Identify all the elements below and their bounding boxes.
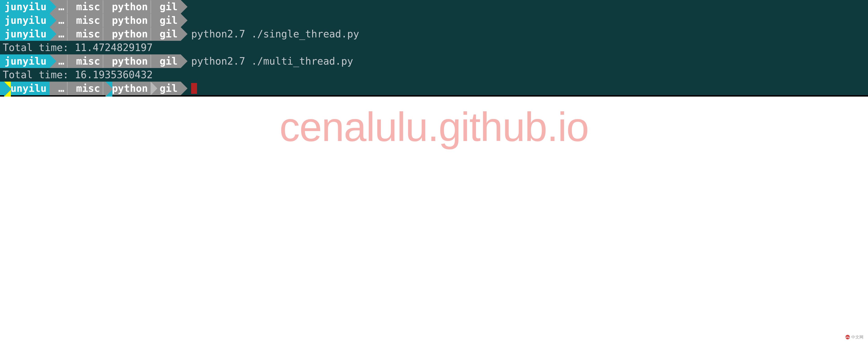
user-segment: junyilu (0, 13, 50, 27)
username: junyilu (4, 0, 46, 13)
path-segment-gil: gil (151, 82, 181, 95)
user-segment: junyilu (0, 0, 50, 13)
prompt-line: junyilu … misc python gil (0, 13, 868, 27)
path-segment-python: python (103, 82, 151, 95)
output-line: Total time: 11.4724829197 (0, 41, 868, 54)
site-badge-text: 中文网 (851, 334, 864, 340)
terminal-cursor[interactable] (191, 83, 197, 94)
user-segment: junyilu (0, 82, 50, 95)
command-text[interactable]: python2.7 ./multi_thread.py (181, 54, 353, 68)
username: junyilu (4, 82, 46, 95)
user-segment: junyilu (0, 27, 50, 41)
prompt-line: junyilu … misc python gil python2.7 ./si… (0, 27, 868, 41)
path-ellipsis: … (50, 82, 67, 95)
path-segment-python: python (103, 27, 151, 41)
prompt-line: junyilu … misc python gil (0, 0, 868, 13)
prompt-line-active: junyilu … misc python gil (0, 82, 868, 95)
path-segment-python: python (103, 13, 151, 27)
output-text: Total time: 16.1935360432 (3, 68, 153, 81)
command-text[interactable]: python2.7 ./single_thread.py (181, 27, 359, 41)
php-icon: php (845, 335, 850, 339)
output-text: Total time: 11.4724829197 (3, 41, 153, 54)
user-segment: junyilu (0, 54, 50, 68)
prompt-line: junyilu … misc python gil python2.7 ./mu… (0, 54, 868, 68)
path-segment-python: python (103, 0, 151, 13)
watermark: cenalulu.github.io (0, 104, 868, 150)
username: junyilu (4, 54, 46, 68)
username: junyilu (4, 27, 46, 40)
site-badge: php 中文网 (845, 334, 864, 340)
terminal-window[interactable]: junyilu … misc python gil junyilu … misc… (0, 0, 868, 96)
username: junyilu (4, 13, 46, 27)
path-segment-python: python (103, 54, 151, 68)
output-line: Total time: 16.1935360432 (0, 68, 868, 82)
watermark-text: cenalulu.github.io (279, 104, 589, 150)
